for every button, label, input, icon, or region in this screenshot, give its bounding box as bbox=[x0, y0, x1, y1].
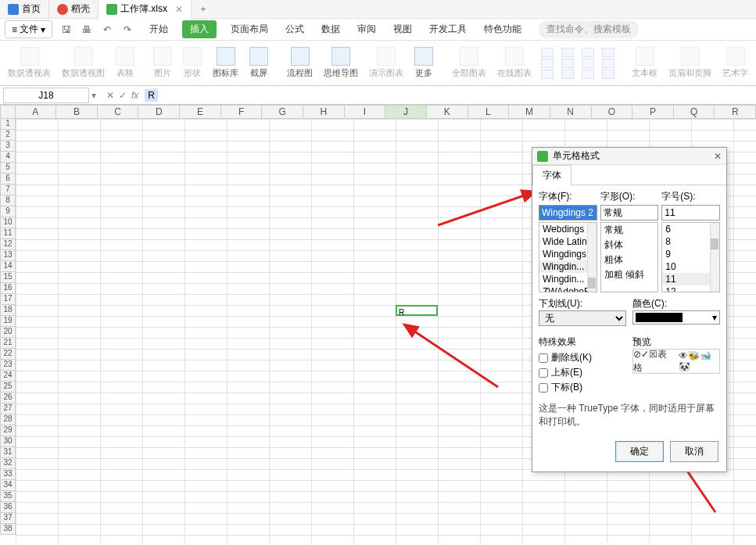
redo-icon[interactable]: ↷ bbox=[121, 23, 134, 36]
row-header-36[interactable]: 36 bbox=[0, 502, 16, 513]
name-box[interactable]: J18 bbox=[3, 88, 89, 103]
row-header-34[interactable]: 34 bbox=[0, 480, 16, 491]
col-header-H[interactable]: H bbox=[303, 105, 345, 119]
col-header-L[interactable]: L bbox=[468, 105, 510, 119]
subscript-checkbox[interactable] bbox=[539, 383, 548, 393]
rib-flowchart[interactable]: 流程图 bbox=[282, 47, 317, 79]
row-header-29[interactable]: 29 bbox=[0, 425, 16, 436]
selected-cell[interactable]: R bbox=[396, 305, 438, 316]
row-header-28[interactable]: 28 bbox=[0, 414, 16, 425]
menu-formula[interactable]: 公式 bbox=[282, 20, 307, 38]
rib-pivot-table[interactable]: 数据透视表 bbox=[3, 47, 56, 79]
row-header-26[interactable]: 26 bbox=[0, 393, 16, 403]
row-header-3[interactable]: 3 bbox=[0, 141, 16, 152]
rib-textbox[interactable]: 文本框 bbox=[627, 47, 662, 79]
doc-tab-file[interactable]: 工作簿.xlsx✕ bbox=[99, 0, 192, 19]
row-header-16[interactable]: 16 bbox=[0, 283, 16, 294]
row-header-14[interactable]: 14 bbox=[0, 261, 16, 272]
col-header-N[interactable]: N bbox=[550, 105, 592, 119]
col-header-O[interactable]: O bbox=[592, 105, 633, 119]
row-header-18[interactable]: 18 bbox=[0, 305, 16, 316]
row-header-37[interactable]: 37 bbox=[0, 513, 16, 524]
rib-present[interactable]: 演示图表 bbox=[364, 47, 408, 79]
style-input[interactable] bbox=[600, 205, 659, 221]
row-header-5[interactable]: 5 bbox=[0, 163, 16, 174]
size-input[interactable] bbox=[661, 205, 720, 221]
row-header-33[interactable]: 33 bbox=[0, 469, 16, 480]
col-header-K[interactable]: K bbox=[427, 105, 468, 119]
row-header-2[interactable]: 2 bbox=[0, 130, 16, 141]
row-header-9[interactable]: 9 bbox=[0, 206, 16, 217]
row-header-32[interactable]: 32 bbox=[0, 458, 16, 469]
add-tab-button[interactable]: ＋ bbox=[192, 2, 215, 16]
rib-wordart[interactable]: 艺术字 bbox=[718, 47, 753, 79]
rib-icons[interactable]: 图标库 bbox=[208, 47, 243, 79]
col-header-M[interactable]: M bbox=[509, 105, 550, 119]
font-input[interactable] bbox=[539, 205, 597, 221]
col-header-D[interactable]: D bbox=[138, 105, 180, 119]
doc-tab-home[interactable]: 首页 bbox=[0, 0, 49, 19]
name-box-dropdown[interactable]: ▾ bbox=[89, 90, 99, 101]
cancel-entry-icon[interactable]: ✕ bbox=[106, 90, 114, 101]
rib-chart-types-2[interactable] bbox=[558, 48, 577, 79]
row-header-21[interactable]: 21 bbox=[0, 338, 16, 349]
row-header-10[interactable]: 10 bbox=[0, 217, 16, 228]
row-header-22[interactable]: 22 bbox=[0, 349, 16, 360]
row-header-13[interactable]: 13 bbox=[0, 250, 16, 261]
strike-checkbox[interactable] bbox=[539, 353, 548, 363]
rib-table[interactable]: 表格 bbox=[111, 47, 139, 79]
rib-screenshot[interactable]: 截屏 bbox=[245, 47, 273, 79]
underline-select[interactable]: 无 bbox=[539, 310, 626, 326]
col-header-J[interactable]: J bbox=[385, 105, 427, 119]
row-header-15[interactable]: 15 bbox=[0, 272, 16, 283]
row-header-11[interactable]: 11 bbox=[0, 228, 16, 239]
save-icon[interactable]: 🖫 bbox=[60, 23, 73, 36]
rib-chart-types-1[interactable] bbox=[538, 48, 557, 79]
doc-tab-doc[interactable]: 稻壳 bbox=[49, 0, 99, 19]
close-icon[interactable]: ✕ bbox=[175, 4, 183, 15]
row-header-25[interactable]: 25 bbox=[0, 382, 16, 393]
col-header-G[interactable]: G bbox=[262, 105, 303, 119]
rib-online-charts[interactable]: 在线图表 bbox=[493, 47, 536, 79]
row-header-7[interactable]: 7 bbox=[0, 185, 16, 195]
col-header-A[interactable]: A bbox=[16, 105, 57, 119]
menu-page-layout[interactable]: 页面布局 bbox=[228, 20, 271, 38]
menu-insert[interactable]: 插入 bbox=[182, 20, 217, 38]
row-header-31[interactable]: 31 bbox=[0, 447, 16, 458]
command-search[interactable]: 查找命令、搜索模板 bbox=[539, 20, 639, 38]
menu-review[interactable]: 审阅 bbox=[354, 20, 379, 38]
rib-pivot-chart[interactable]: 数据透视图 bbox=[57, 47, 109, 79]
menu-data[interactable]: 数据 bbox=[318, 20, 343, 38]
undo-icon[interactable]: ↶ bbox=[101, 23, 113, 36]
rib-chart-types-3[interactable] bbox=[579, 48, 597, 79]
col-header-I[interactable]: I bbox=[345, 105, 386, 119]
rib-mindmap[interactable]: 思维导图 bbox=[319, 47, 363, 79]
row-header-27[interactable]: 27 bbox=[0, 403, 16, 414]
rib-chart-types-4[interactable] bbox=[599, 48, 618, 79]
row-header-1[interactable]: 1 bbox=[0, 119, 16, 130]
cancel-button[interactable]: 取消 bbox=[670, 441, 718, 462]
ok-button[interactable]: 确定 bbox=[615, 441, 664, 462]
font-listbox[interactable]: Webdings Wide Latin Wingdings Wingdin...… bbox=[539, 222, 597, 292]
rib-picture[interactable]: 图片 bbox=[149, 47, 177, 79]
menu-start[interactable]: 开始 bbox=[146, 20, 171, 38]
file-menu[interactable]: ≡ 文件 ▾ bbox=[5, 20, 52, 38]
formula-bar[interactable]: R bbox=[145, 89, 158, 102]
print-icon[interactable]: 🖶 bbox=[81, 23, 93, 36]
row-header-24[interactable]: 24 bbox=[0, 371, 16, 382]
col-header-Q[interactable]: Q bbox=[674, 105, 715, 119]
row-header-4[interactable]: 4 bbox=[0, 152, 16, 163]
rib-more[interactable]: 更多 bbox=[410, 47, 438, 79]
tab-font[interactable]: 字体 bbox=[532, 165, 571, 185]
row-header-20[interactable]: 20 bbox=[0, 327, 16, 338]
menu-dev[interactable]: 开发工具 bbox=[426, 20, 470, 38]
size-listbox[interactable]: 6 8 9 10 11 12 bbox=[661, 222, 720, 292]
col-header-R[interactable]: R bbox=[715, 105, 756, 119]
menu-special[interactable]: 特色功能 bbox=[481, 20, 525, 38]
rib-all-charts[interactable]: 全部图表 bbox=[447, 47, 491, 79]
col-header-F[interactable]: F bbox=[221, 105, 263, 119]
row-header-6[interactable]: 6 bbox=[0, 174, 16, 185]
menu-view[interactable]: 视图 bbox=[390, 20, 415, 38]
dialog-close-button[interactable]: ✕ bbox=[714, 151, 722, 162]
col-header-B[interactable]: B bbox=[56, 105, 98, 119]
